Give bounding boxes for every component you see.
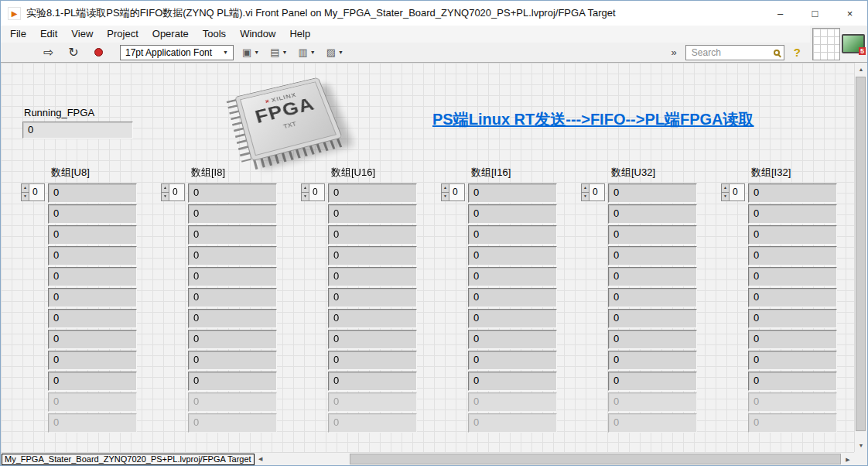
running-indicator-value: 0 — [22, 122, 133, 139]
array-index-control[interactable]: 0 — [581, 183, 605, 201]
scroll-up-icon[interactable] — [855, 63, 867, 76]
fpga-chip-image: ×XILINX FPGA TXT — [225, 76, 354, 174]
array-cell: 0 — [48, 267, 137, 286]
abort-button[interactable] — [89, 44, 108, 61]
distribute-objects-dropdown[interactable]: ▤ ▼ — [268, 45, 289, 60]
array-cell: 0 — [48, 183, 137, 203]
close-button[interactable]: × — [832, 1, 867, 26]
grid-icon — [812, 28, 840, 60]
array-cell: 0 — [328, 225, 417, 245]
toolbar: ⇨ ↻ 17pt Application Font ▼ ▣ ▼ ▤ ▼ ▥ ▼ … — [1, 43, 810, 63]
run-continuous-button[interactable]: ↻ — [64, 44, 83, 61]
array-index-control[interactable]: 0 — [161, 183, 185, 201]
decrement-icon[interactable] — [721, 193, 730, 201]
array-label: 数组[I32] — [751, 166, 837, 180]
array-index-value[interactable]: 0 — [309, 183, 325, 201]
font-selector[interactable]: 17pt Application Font ▼ — [120, 45, 234, 60]
array-cell: 0 — [608, 309, 697, 328]
array-index-control[interactable]: 0 — [21, 183, 45, 201]
menu-item-operate[interactable]: Operate — [145, 26, 196, 43]
array-index-value[interactable]: 0 — [589, 183, 605, 201]
array-cell: 0 — [748, 330, 837, 349]
scroll-left-icon[interactable] — [255, 453, 267, 466]
array-cell: 0 — [48, 288, 137, 307]
toolbar-corner: 5 — [810, 26, 867, 63]
bottom-bar: My_FPGA_Stater_Board_ZYNQ7020_PS+PL.lvpr… — [1, 452, 854, 465]
array-cell: 0 — [608, 246, 697, 266]
array-index-control[interactable]: 0 — [721, 183, 745, 201]
vertical-scrollbar[interactable] — [854, 63, 867, 452]
align-objects-dropdown[interactable]: ▣ ▼ — [240, 45, 261, 60]
decrement-icon[interactable] — [21, 193, 29, 201]
array-cell: 0 — [468, 246, 557, 266]
array-cell: 0 — [48, 351, 137, 370]
increment-icon[interactable] — [441, 183, 449, 193]
array-cell: 0 — [748, 183, 837, 203]
array-index-value[interactable]: 0 — [449, 183, 465, 201]
increment-icon[interactable] — [581, 183, 589, 193]
horizontal-scrollbar-thumb[interactable] — [350, 454, 841, 464]
array-cells: 000000000000 — [48, 183, 137, 433]
array-cell: 0 — [48, 246, 137, 266]
menu-item-window[interactable]: Window — [233, 26, 282, 43]
menu-item-help[interactable]: Help — [282, 26, 317, 43]
array-index-value[interactable]: 0 — [169, 183, 185, 201]
array-cell: 0 — [608, 372, 697, 391]
menu-item-view[interactable]: View — [64, 26, 100, 43]
array-index-value[interactable]: 0 — [29, 183, 45, 201]
reorder-objects-icon: ▨ — [326, 46, 336, 58]
chevron-down-icon: ▼ — [254, 50, 259, 55]
reorder-objects-dropdown[interactable]: ▨ ▼ — [324, 45, 346, 60]
array-cell: 0 — [328, 372, 417, 391]
array-cell: 0 — [748, 267, 837, 286]
minimize-button[interactable]: – — [763, 1, 798, 26]
increment-icon[interactable] — [721, 183, 730, 193]
labview-app-icon: ▶ — [8, 7, 21, 20]
increment-icon[interactable] — [161, 183, 169, 193]
array-cell: 0 — [468, 204, 557, 224]
maximize-button[interactable]: □ — [798, 1, 832, 26]
array-cell: 0 — [328, 330, 417, 349]
decrement-icon[interactable] — [161, 193, 169, 201]
decrement-icon[interactable] — [301, 193, 309, 201]
array-cell: 0 — [48, 309, 137, 328]
increment-icon[interactable] — [301, 183, 309, 193]
title-bar: ▶ 实验8.1-PL端读取PS端的FIFO数据(ZYNQ PL端).vi Fro… — [1, 1, 867, 26]
target-selector[interactable]: My_FPGA_Stater_Board_ZYNQ7020_PS+PL.lvpr… — [2, 454, 255, 465]
search-box[interactable] — [685, 45, 784, 60]
array-cell: 0 — [328, 183, 417, 203]
scroll-right-icon[interactable] — [842, 453, 854, 466]
help-button[interactable]: ? — [791, 46, 804, 59]
menu-item-project[interactable]: Project — [100, 26, 145, 43]
decrement-icon[interactable] — [581, 193, 589, 201]
run-button[interactable]: ⇨ — [39, 44, 58, 61]
array-cell: 0 — [468, 413, 557, 433]
menu-item-file[interactable]: File — [3, 26, 33, 43]
resize-objects-dropdown[interactable]: ▥ ▼ — [296, 45, 317, 60]
font-selector-value: 17pt Application Font — [125, 47, 212, 58]
increment-icon[interactable] — [21, 183, 29, 193]
search-input[interactable] — [690, 46, 771, 59]
array-cell: 0 — [188, 392, 277, 412]
array-index-control[interactable]: 0 — [441, 183, 465, 201]
array-cell: 0 — [748, 413, 837, 433]
array-column: 数组[U32] 0 000000000000 — [581, 166, 697, 433]
array-cell: 0 — [188, 309, 277, 328]
menu-item-edit[interactable]: Edit — [33, 26, 64, 43]
scroll-down-icon[interactable] — [855, 439, 867, 452]
array-index-value[interactable]: 0 — [730, 183, 745, 201]
distribute-objects-icon: ▤ — [270, 46, 279, 58]
array-cell: 0 — [468, 309, 557, 328]
run-icon: ⇨ — [43, 45, 53, 60]
decrement-icon[interactable] — [441, 193, 449, 201]
vertical-scrollbar-thumb[interactable] — [856, 77, 866, 431]
menu-item-tools[interactable]: Tools — [196, 26, 233, 43]
array-cells: 000000000000 — [468, 183, 557, 433]
toolbar-overflow-chevron[interactable]: » — [669, 46, 679, 58]
array-cell: 0 — [748, 225, 837, 245]
array-cell: 0 — [468, 225, 557, 245]
horizontal-scrollbar[interactable] — [267, 453, 854, 465]
array-cell: 0 — [748, 204, 837, 224]
array-index-control[interactable]: 0 — [301, 183, 325, 201]
array-cell: 0 — [608, 413, 697, 433]
